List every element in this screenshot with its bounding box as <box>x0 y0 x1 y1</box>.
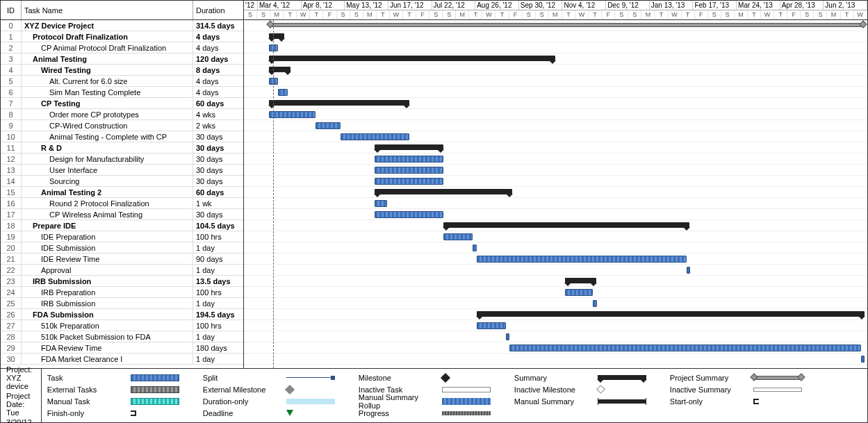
legend-label: Inactive Summary <box>670 385 746 394</box>
legend-label: External Milestone <box>203 385 279 394</box>
table-row[interactable]: 19IDE Preparation100 hrs <box>1 231 243 242</box>
day-header: W <box>669 10 682 20</box>
cell-id: 7 <box>1 98 22 108</box>
task-bar[interactable] <box>509 345 861 351</box>
time-header: '12Mar 4, '12Apr 8, '12May 13, '12Jun 17… <box>244 1 867 20</box>
table-row[interactable]: 20IDE Submission1 day <box>1 242 243 254</box>
task-bar[interactable] <box>477 256 687 263</box>
table-row[interactable]: 1Protocol Draft Finalization4 days <box>1 31 243 42</box>
cell-id: 27 <box>1 320 22 331</box>
task-bar[interactable] <box>593 300 596 307</box>
table-row[interactable]: 10Animal Testing - Complete with CP30 da… <box>1 131 243 142</box>
cell-name: Alt. Current for 6.0 size <box>22 76 193 86</box>
task-bar[interactable] <box>565 289 593 296</box>
table-row[interactable]: 23IRB Submission13.5 days <box>1 276 243 287</box>
summary-bar[interactable] <box>269 56 556 61</box>
task-bar[interactable] <box>687 267 690 274</box>
task-bar[interactable] <box>506 333 509 340</box>
cell-name: FDA Market Clearance I <box>22 354 193 364</box>
day-header: W <box>390 10 403 20</box>
legend-item: External Tasks <box>47 383 186 395</box>
table-row[interactable]: 8Order more CP prototypes4 wks <box>1 109 243 120</box>
cell-duration: 4 wks <box>193 109 243 119</box>
legend-label: Finish-only <box>47 409 124 417</box>
table-row[interactable]: 17CP Wireless Animal Testing30 days <box>1 209 243 220</box>
summary-bar[interactable] <box>565 278 596 283</box>
task-bar[interactable] <box>316 122 341 129</box>
task-bar[interactable] <box>375 156 443 163</box>
legend-item: Inactive Summary <box>670 383 809 395</box>
task-bar[interactable] <box>477 322 506 329</box>
table-row[interactable]: 27510k Preparation100 hrs <box>1 320 243 331</box>
month-header: Sep 30, '12 <box>519 1 563 10</box>
project-bar[interactable] <box>269 23 865 27</box>
task-bar[interactable] <box>473 244 476 251</box>
table-row[interactable]: 26FDA Submission194.5 days <box>1 309 243 320</box>
legend-swatch <box>131 398 179 405</box>
table-row[interactable]: 25IRB Submission1 day <box>1 298 243 309</box>
task-bar[interactable] <box>375 167 443 174</box>
cell-duration: 1 day <box>193 265 243 275</box>
summary-bar[interactable] <box>269 100 409 106</box>
table-row[interactable]: 7CP Testing60 days <box>1 98 243 109</box>
table-row[interactable]: 22Approval1 day <box>1 265 243 276</box>
task-bar[interactable] <box>375 211 443 218</box>
table-row[interactable]: 18Prepare IDE104.5 days <box>1 220 243 231</box>
table-row[interactable]: 15Animal Testing 260 days <box>1 187 243 198</box>
cell-duration: 60 days <box>193 98 243 108</box>
cell-duration: 1 day <box>193 298 243 308</box>
task-bar[interactable] <box>375 178 443 185</box>
table-row[interactable]: 4Wired Testing8 days <box>1 65 243 76</box>
table-row[interactable]: 28510k Packet Submission to FDA1 day <box>1 331 243 342</box>
cell-id: 19 <box>1 231 22 242</box>
table-row[interactable]: 0XYZ Device Project314.5 days <box>1 20 243 31</box>
gantt-pane[interactable]: '12Mar 4, '12Apr 8, '12May 13, '12Jun 17… <box>244 1 867 368</box>
task-bar[interactable] <box>341 133 409 140</box>
table-row[interactable]: 16Round 2 Protocol Finalization1 wk <box>1 198 243 209</box>
task-bar[interactable] <box>375 200 387 207</box>
legend-swatch <box>286 377 335 378</box>
day-header: S <box>628 10 641 20</box>
summary-bar[interactable] <box>375 144 443 150</box>
task-bar[interactable] <box>278 89 287 96</box>
cell-id: 3 <box>1 53 22 64</box>
summary-bar[interactable] <box>375 189 511 194</box>
month-header: Jun 17, '12 <box>388 1 432 10</box>
summary-bar[interactable] <box>269 33 284 39</box>
month-header: Apr 8, '12 <box>302 1 345 10</box>
day-header: W <box>297 10 310 20</box>
cell-duration: 100 hrs <box>193 320 243 331</box>
table-row[interactable]: 2CP Animal Protocol Draft Finalization4 … <box>1 42 243 53</box>
task-bar[interactable] <box>269 111 316 118</box>
cell-duration: 2 wks <box>193 120 243 131</box>
cell-duration: 13.5 days <box>193 276 243 286</box>
table-row[interactable]: 12Design for Manufacturability30 days <box>1 154 243 165</box>
table-row[interactable]: 13User Interface30 days <box>1 165 243 176</box>
table-row[interactable]: 5Alt. Current for 6.0 size4 days <box>1 76 243 87</box>
month-header: Aug 26, '12 <box>475 1 519 10</box>
table-row[interactable]: 11R & D30 days <box>1 142 243 154</box>
table-row[interactable]: 6Sim Man Testing Complete4 days <box>1 87 243 98</box>
legend-label: Deadline <box>203 409 279 417</box>
table-row[interactable]: 29FDA Review Time180 days <box>1 342 243 354</box>
summary-bar[interactable] <box>477 311 865 317</box>
legend-label: Inactive Milestone <box>514 385 591 394</box>
cell-name: CP Testing <box>22 98 193 108</box>
table-row[interactable]: 24IRB Preparation100 hrs <box>1 287 243 298</box>
summary-bar[interactable] <box>269 67 290 72</box>
gantt-row-bg <box>244 209 867 220</box>
table-row[interactable]: 14Sourcing30 days <box>1 176 243 187</box>
cell-duration: 30 days <box>193 209 243 219</box>
table-row[interactable]: 9CP-Wired Construction2 wks <box>1 120 243 131</box>
table-row[interactable]: 21IDE Review Time90 days <box>1 254 243 265</box>
table-row[interactable]: 3Animal Testing120 days <box>1 53 243 65</box>
legend-item: Split <box>203 372 342 383</box>
table-row[interactable]: 30FDA Market Clearance I1 day <box>1 354 243 365</box>
summary-bar[interactable] <box>443 222 689 228</box>
gantt-row-bg <box>244 265 867 276</box>
gantt-row-bg <box>244 165 867 176</box>
day-header: T <box>748 10 761 20</box>
task-bar[interactable] <box>861 356 865 363</box>
cell-name: Protocol Draft Finalization <box>22 31 193 42</box>
task-bar[interactable] <box>443 233 473 240</box>
